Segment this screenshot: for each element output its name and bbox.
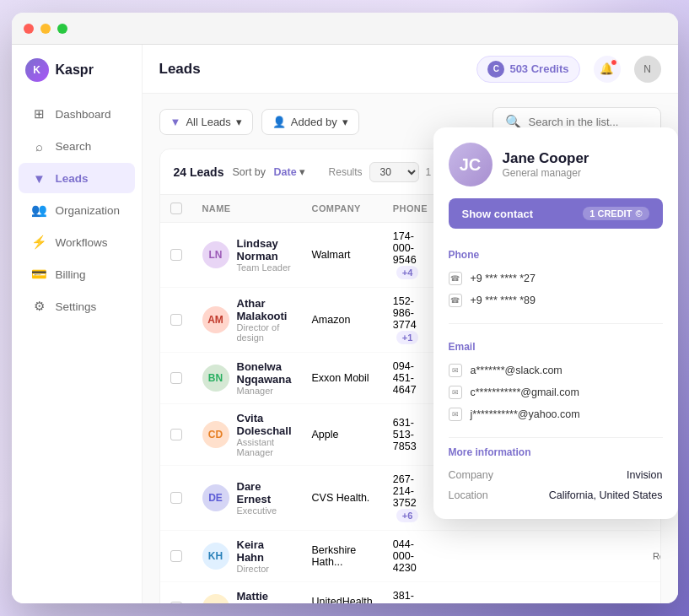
row-checkbox[interactable] xyxy=(170,429,182,440)
row-checkbox-cell xyxy=(160,582,192,604)
results-label: Results xyxy=(329,166,363,178)
close-dot xyxy=(24,24,34,34)
contact-avatar: JC xyxy=(449,143,493,186)
person-details: Bonelwa Ngqawana Manager xyxy=(237,360,292,396)
person-details: Mattie Blooman Coordinator xyxy=(237,590,292,603)
sidebar-item-label: Settings xyxy=(56,300,97,313)
row-checkbox[interactable] xyxy=(170,249,182,261)
phone-item-1: ☎ +9 *** **** *27 xyxy=(449,267,663,289)
sidebar-item-organization[interactable]: 👥 Organization xyxy=(19,195,135,225)
avatar: AM xyxy=(202,306,229,333)
row-checkbox[interactable] xyxy=(170,372,182,384)
person-role: Team Leader xyxy=(237,262,292,273)
sidebar-item-label: Workflows xyxy=(56,236,108,249)
popup-divider-2 xyxy=(449,437,663,438)
phone-cell: 152-986-3774+1 xyxy=(383,288,438,353)
all-leads-filter[interactable]: ▼ All Leads ▾ xyxy=(159,109,253,135)
sidebar-item-label: Billing xyxy=(56,268,86,281)
name-cell: AM Athar Malakooti Director of design xyxy=(192,288,302,353)
company-cell: UnitedHealth G... xyxy=(302,582,383,604)
table-row[interactable]: KH Keira Hahn Director Berkshire Hath...… xyxy=(160,531,661,582)
avatar: CD xyxy=(202,421,229,448)
sort-button[interactable]: Sort by Date ▾ xyxy=(232,165,304,178)
table-row[interactable]: MB Mattie Blooman Coordinator UnitedHeal… xyxy=(160,582,661,604)
phone-column-header: PHONE xyxy=(383,195,438,223)
sidebar: K Kaspr ⊞ Dashboard ⌕ Search ▼ Leads xyxy=(12,45,143,603)
added-by-filter[interactable]: 👤 Added by ▾ xyxy=(261,109,359,135)
phone-icon: ☎ xyxy=(449,294,462,307)
row-checkbox[interactable] xyxy=(170,550,182,562)
logo-icon: K xyxy=(25,58,49,82)
sidebar-item-label: Leads xyxy=(56,172,89,185)
logo-text: Kaspr xyxy=(56,62,94,78)
sidebar-item-billing[interactable]: 💳 Billing xyxy=(19,259,135,289)
credits-badge[interactable]: C 503 Credits xyxy=(476,56,579,83)
sidebar-item-leads[interactable]: ▼ Leads xyxy=(19,163,135,193)
popup-divider xyxy=(449,323,663,324)
sort-label: Sort by xyxy=(232,166,266,178)
credits-icon: C xyxy=(487,61,504,78)
added-by-cell xyxy=(561,531,643,582)
user-icon: 👤 xyxy=(272,116,286,128)
company-cell: CVS Health. xyxy=(302,466,383,531)
settings-icon: ⚙ xyxy=(32,299,47,314)
search-input[interactable] xyxy=(529,116,649,128)
name-cell: MB Mattie Blooman Coordinator xyxy=(192,582,302,604)
app-window: K Kaspr ⊞ Dashboard ⌕ Search ▼ Leads xyxy=(12,13,678,603)
email-cell xyxy=(438,582,561,604)
contact-popup: JC Jane Cooper General manager Show cont… xyxy=(433,127,678,519)
show-contact-button[interactable]: Show contact 1 CREDIT © xyxy=(449,198,663,229)
row-checkbox[interactable] xyxy=(170,602,182,603)
page-title: Leads xyxy=(159,61,464,78)
person-details: Dare Ernest Executive xyxy=(237,480,292,516)
phone-section: Phone ☎ +9 *** **** *27 ☎ +9 *** **** *8… xyxy=(433,240,678,315)
avatar: DE xyxy=(202,484,229,511)
person-role: Assistant Manager xyxy=(237,437,292,457)
notifications-button[interactable]: 🔔 xyxy=(594,56,621,83)
phone-cell: 267-214-3752+6 xyxy=(383,466,438,531)
contact-name: Jane Cooper xyxy=(503,150,589,167)
person-role: Director xyxy=(237,564,292,574)
user-avatar[interactable]: N xyxy=(634,56,661,83)
phone-icon: ☎ xyxy=(449,272,462,285)
notification-dot xyxy=(611,59,617,66)
person-name: Dare Ernest xyxy=(237,480,292,505)
sidebar-item-settings[interactable]: ⚙ Settings xyxy=(19,291,135,322)
phone-cell: 044-000-4230 xyxy=(383,531,438,582)
location-info-row: Location California, United States xyxy=(433,485,678,505)
sidebar-item-workflows[interactable]: ⚡ Workflows xyxy=(19,227,135,257)
row-checkbox[interactable] xyxy=(170,492,182,504)
company-column-header: COMPANY xyxy=(302,195,383,223)
avatar: KH xyxy=(202,543,229,570)
leads-count: 24 Leads xyxy=(174,165,224,179)
person-details: Keira Hahn Director xyxy=(237,538,292,574)
phone-cell: 631-513-7853 xyxy=(383,404,438,466)
person-name: Keira Hahn xyxy=(237,538,292,564)
checkbox-column xyxy=(160,195,192,223)
avatar: MB xyxy=(202,594,229,603)
results-per-page-select[interactable]: 3050100 xyxy=(369,162,419,182)
avatar: LN xyxy=(202,241,229,268)
filter-label: All Leads xyxy=(186,116,230,128)
credits-label: 503 Credits xyxy=(509,62,568,75)
name-cell: KH Keira Hahn Director xyxy=(192,531,302,582)
chevron-down-icon: ▾ xyxy=(299,165,305,178)
name-cell: LN Lindsay Norman Team Leader xyxy=(192,223,302,288)
phone-item-2: ☎ +9 *** **** *89 xyxy=(449,289,663,311)
email-icon: ✉ xyxy=(449,364,462,377)
person-name: Lindsay Norman xyxy=(237,237,292,262)
sidebar-item-dashboard[interactable]: ⊞ Dashboard xyxy=(19,99,135,129)
chevron-down-icon: ▾ xyxy=(342,116,348,128)
org-icon: 👥 xyxy=(32,203,47,218)
select-all-checkbox[interactable] xyxy=(170,203,182,214)
sidebar-logo: K Kaspr xyxy=(12,58,142,99)
minimize-dot xyxy=(40,24,51,34)
person-details: Cvita Doleschall Assistant Manager xyxy=(237,412,292,457)
location-value: California, United States xyxy=(549,489,663,501)
sidebar-nav: ⊞ Dashboard ⌕ Search ▼ Leads 👥 Organizat… xyxy=(12,99,142,322)
person-role: Executive xyxy=(237,505,292,516)
person-name: Cvita Doleschall xyxy=(237,412,292,437)
leads-icon: ▼ xyxy=(32,170,47,186)
sidebar-item-search[interactable]: ⌕ Search xyxy=(19,131,135,161)
row-checkbox[interactable] xyxy=(170,314,182,326)
